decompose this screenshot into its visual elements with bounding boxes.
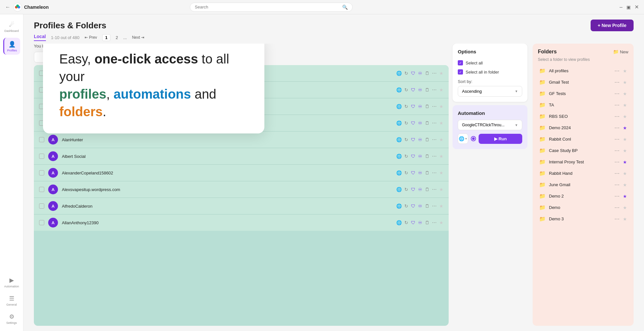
folder-star-icon[interactable]: ★ [623, 125, 627, 131]
page-number-1[interactable]: 1 [102, 34, 110, 41]
spinner-icon[interactable]: ♾ [418, 104, 422, 109]
folder-more-icon[interactable]: ⋯ [614, 170, 620, 176]
folder-item-demo-2[interactable]: 📁 Demo 2 ⋯ ★ [538, 190, 628, 202]
profile-checkbox[interactable] [39, 137, 44, 142]
globe-icon[interactable]: 🌐 [396, 203, 402, 209]
folder-star-icon[interactable]: ★ [623, 114, 627, 119]
next-page-button[interactable]: Next ⇥ [132, 35, 144, 40]
globe-icon[interactable]: 🌐 [396, 170, 402, 175]
shield-icon[interactable]: 🛡 [411, 154, 415, 159]
new-folder-button[interactable]: 📁 New [613, 49, 628, 54]
globe-icon[interactable]: 🌐 [396, 154, 402, 159]
copy-icon[interactable]: 🗒 [425, 137, 429, 142]
globe-icon[interactable]: 🌐 [396, 220, 402, 225]
star-icon[interactable]: ★ [439, 71, 443, 76]
copy-icon[interactable]: 🗒 [425, 220, 429, 225]
copy-icon[interactable]: 🗒 [425, 71, 429, 76]
select-all-folder-checkbox[interactable]: ✓ [458, 69, 463, 75]
spinner-icon[interactable]: ♾ [418, 154, 422, 159]
folder-item-rabbit-hand[interactable]: 📁 Rabbit Hand ⋯ ★ [538, 168, 628, 179]
folder-item-all-profiles[interactable]: 📁 All profiles ⋯ ★ [538, 65, 628, 76]
sidebar-item-automation[interactable]: ▶ Automation [3, 274, 20, 291]
folder-star-icon[interactable]: ★ [623, 91, 627, 96]
globe-icon[interactable]: 🌐 [396, 104, 402, 109]
folder-star-icon[interactable]: ★ [623, 137, 627, 142]
folder-item-rabbit-conl[interactable]: 📁 Rabbit Conl ⋯ ★ [538, 133, 628, 145]
copy-icon[interactable]: 🗒 [425, 187, 429, 192]
globe-icon[interactable]: 🌐 [396, 187, 402, 192]
star-icon[interactable]: ★ [439, 170, 443, 175]
sidebar-item-dashboard[interactable]: ☄ Dashboard [3, 18, 20, 35]
refresh-icon[interactable]: ↻ [404, 187, 408, 192]
folder-item-case-study-bp[interactable]: 📁 Case Study BP ⋯ ★ [538, 145, 628, 156]
shield-icon[interactable]: 🛡 [411, 104, 415, 109]
folder-item-demo-2024[interactable]: 📁 Demo 2024 ⋯ ★ [538, 122, 628, 133]
spinner-icon[interactable]: ♾ [418, 170, 422, 175]
globe-icon[interactable]: 🌐 [396, 71, 402, 76]
folder-more-icon[interactable]: ⋯ [614, 193, 620, 199]
select-all-folder-option[interactable]: ✓ Select all in folder [458, 67, 522, 76]
folder-more-icon[interactable]: ⋯ [614, 159, 620, 165]
table-row[interactable]: A AlexanderCopeland158602 🌐 ↻ 🛡 ♾ 🗒 ⋯ ★ [34, 165, 449, 181]
folder-item-ta[interactable]: 📁 TA ⋯ ★ [538, 99, 628, 111]
shield-icon[interactable]: 🛡 [411, 71, 415, 76]
folder-item-demo[interactable]: 📁 Demo ⋯ ★ [538, 202, 628, 213]
spinner-icon[interactable]: ♾ [418, 220, 422, 225]
folder-more-icon[interactable]: ⋯ [614, 68, 620, 74]
more-icon[interactable]: ⋯ [432, 170, 437, 175]
shield-icon[interactable]: 🛡 [411, 220, 415, 225]
star-icon[interactable]: ★ [439, 154, 443, 159]
folder-item-june-gmail[interactable]: 📁 June Gmail ⋯ ★ [538, 179, 628, 190]
folder-item-rbs-seo[interactable]: 📁 RBS SEO ⋯ ★ [538, 111, 628, 122]
refresh-icon[interactable]: ↻ [404, 87, 408, 92]
search-input[interactable] [195, 5, 340, 9]
spinner-icon[interactable]: ♾ [418, 87, 422, 92]
copy-icon[interactable]: 🗒 [425, 120, 429, 126]
copy-icon[interactable]: 🗒 [425, 203, 429, 209]
refresh-icon[interactable]: ↻ [404, 137, 408, 142]
prev-page-button[interactable]: ⇤ Prev [85, 35, 97, 40]
more-icon[interactable]: ⋯ [432, 71, 437, 76]
more-icon[interactable]: ⋯ [432, 87, 437, 92]
minimize-button[interactable]: – [620, 4, 623, 10]
folder-star-icon[interactable]: ★ [623, 205, 627, 210]
folder-more-icon[interactable]: ⋯ [614, 125, 620, 131]
sidebar-item-general[interactable]: ☰ General [3, 292, 20, 309]
folder-star-icon[interactable]: ★ [623, 194, 627, 199]
sort-select[interactable]: Ascending ▼ [458, 86, 522, 97]
folder-star-icon[interactable]: ★ [623, 159, 627, 165]
maximize-button[interactable]: ▣ [626, 4, 631, 10]
automation-script-select[interactable]: GoogleCTRClickThrou... ▼ [458, 120, 522, 130]
copy-icon[interactable]: 🗒 [425, 170, 429, 175]
folder-star-icon[interactable]: ★ [623, 68, 627, 74]
run-button[interactable]: ▶ Run [479, 134, 522, 144]
spinner-icon[interactable]: ♾ [418, 71, 422, 76]
more-icon[interactable]: ⋯ [432, 154, 437, 159]
globe-icon[interactable]: 🌐 [396, 137, 402, 142]
sidebar-item-profiles[interactable]: 👤 Profiles [3, 38, 20, 55]
automation-radio[interactable] [471, 136, 476, 141]
spinner-icon[interactable]: ♾ [418, 203, 422, 209]
shield-icon[interactable]: 🛡 [411, 120, 415, 126]
folder-item-internal-proxy-test[interactable]: 📁 Internal Proxy Test ⋯ ★ [538, 156, 628, 168]
copy-icon[interactable]: 🗒 [425, 87, 429, 92]
folder-more-icon[interactable]: ⋯ [614, 136, 620, 142]
folder-star-icon[interactable]: ★ [623, 103, 627, 108]
refresh-icon[interactable]: ↻ [404, 203, 408, 209]
globe-icon[interactable]: 🌐 [396, 120, 402, 126]
star-icon[interactable]: ★ [439, 203, 443, 209]
folder-more-icon[interactable]: ⋯ [614, 90, 620, 97]
shield-icon[interactable]: 🛡 [411, 87, 415, 92]
new-profile-button[interactable]: + New Profile [591, 20, 634, 31]
profile-checkbox[interactable] [39, 220, 44, 225]
copy-icon[interactable]: 🗒 [425, 154, 429, 159]
search-box[interactable]: 🔍 [190, 3, 353, 12]
spinner-icon[interactable]: ♾ [418, 137, 422, 142]
shield-icon[interactable]: 🛡 [411, 187, 415, 192]
automation-browser-button[interactable]: 🌐 ▼ [458, 133, 468, 144]
more-icon[interactable]: ⋯ [432, 104, 437, 109]
star-icon[interactable]: ★ [439, 187, 443, 192]
folder-star-icon[interactable]: ★ [623, 182, 627, 187]
select-all-checkbox[interactable]: ✓ [458, 60, 463, 65]
page-number-2[interactable]: 2 [116, 35, 118, 40]
